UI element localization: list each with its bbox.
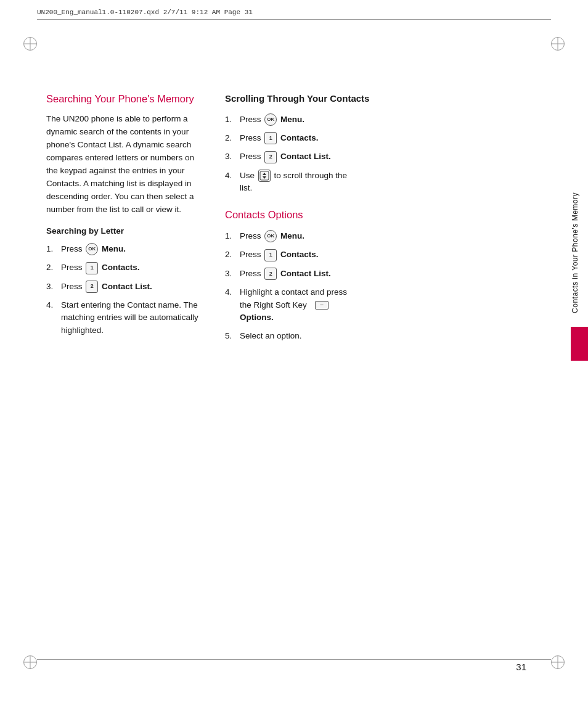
step-content: Start entering the Contact name. The mat… [61,299,206,337]
left-step-list: 1. Press OK Menu. 2. Press 1 Contacts. 3… [46,243,206,337]
step-bold: Contacts. [280,133,319,142]
num-1-icon: 1 [264,249,277,261]
step-bold: Menu. [280,115,304,124]
step-bold: Contact List. [280,269,331,278]
step-content: Press 1 Contacts. [240,248,511,261]
step-content: Use to scroll through the list. [240,170,511,195]
right-step-list-2: 1. Press OK Menu. 2. Press 1 Contacts. 3… [225,230,511,342]
reg-mark-bl [23,655,37,669]
right-soft-key-icon: – [315,301,329,310]
step-num: 4. [46,299,59,311]
step-bold: Menu. [280,231,304,240]
num-2-icon: 2 [86,281,98,293]
reg-mark-br [551,655,565,669]
ok-icon: OK [264,113,277,126]
left-column: Searching Your Phone's Memory The UN200 … [46,55,206,651]
step-bold: Contacts. [102,263,140,272]
right-section2-title: Contacts Options [225,208,511,221]
left-step-1: 1. Press OK Menu. [46,243,206,255]
num-1-icon: 1 [264,132,277,144]
step-content: Press OK Menu. [240,113,511,126]
header-text: UN200_Eng_manual1.0-110207.qxd 2/7/11 9:… [37,9,253,16]
step-bold: Contact List. [102,282,152,291]
step-num: 1. [46,243,59,255]
right-s2-step-1: 1. Press OK Menu. [225,230,511,242]
num-2-icon: 2 [264,268,277,280]
step-num: 2. [225,132,237,144]
left-sub-heading: Searching by Letter [46,226,206,236]
sidebar-text: Contacts in Your Phone's Memory [571,192,579,313]
bottom-line [37,659,551,660]
ok-icon: OK [264,230,277,242]
step-bold: Options. [240,313,274,322]
step-content: Press 2 Contact List. [240,268,511,280]
step-num: 3. [225,268,237,280]
step-num: 4. [225,170,237,182]
step-bold: Menu. [102,244,126,253]
step-num: 4. [225,286,237,298]
step-content: Press OK Menu. [61,243,206,255]
reg-mark-tr [551,37,565,51]
step-content: Press 2 Contact List. [61,281,206,293]
step-num: 1. [225,230,237,242]
right-step-list-1: 1. Press OK Menu. 2. Press 1 Contacts. 3… [225,113,511,195]
main-content: Searching Your Phone's Memory The UN200 … [46,55,542,651]
right-column: Scrolling Through Your Contacts 1. Press… [225,55,542,651]
scroll-icon [258,170,271,182]
step-num: 2. [46,261,59,274]
step-content: Select an option. [240,330,511,342]
left-step-4: 4. Start entering the Contact name. The … [46,299,206,337]
step-bold: Contact List. [280,152,331,161]
num-2-icon: 2 [264,151,277,163]
step-num: 2. [225,248,237,261]
left-intro-text: The UN200 phone is able to perform a dyn… [46,113,206,216]
right-s1-step-2: 2. Press 1 Contacts. [225,132,511,144]
left-step-3: 3. Press 2 Contact List. [46,281,206,293]
step-num: 5. [225,330,237,342]
left-step-2: 2. Press 1 Contacts. [46,261,206,274]
step-content: Press OK Menu. [240,230,511,242]
num-1-icon: 1 [86,262,98,274]
step-content: Highlight a contact and press the Right … [240,286,511,324]
reg-mark-tl [23,37,37,51]
right-s2-step-5: 5. Select an option. [225,330,511,342]
step-bold: Contacts. [280,250,319,259]
step-content: Press 1 Contacts. [61,261,206,274]
page-number: 31 [516,662,526,672]
step-num: 3. [46,281,59,293]
right-s2-step-3: 3. Press 2 Contact List. [225,268,511,280]
left-section-title: Searching Your Phone's Memory [46,92,206,105]
sidebar-accent [571,327,588,361]
step-num: 3. [225,150,237,163]
header-bar: UN200_Eng_manual1.0-110207.qxd 2/7/11 9:… [37,6,551,20]
ok-icon: OK [86,243,98,255]
right-s2-step-4: 4. Highlight a contact and press the Rig… [225,286,511,324]
right-section1-title: Scrolling Through Your Contacts [225,92,511,105]
right-s1-step-3: 3. Press 2 Contact List. [225,150,511,163]
right-s1-step-1: 1. Press OK Menu. [225,113,511,126]
step-num: 1. [225,113,237,126]
step-content: Press 1 Contacts. [240,132,511,144]
right-s2-step-2: 2. Press 1 Contacts. [225,248,511,261]
step-content: Press 2 Contact List. [240,150,511,163]
right-s1-step-4: 4. Use to scroll through the list. [225,170,511,195]
